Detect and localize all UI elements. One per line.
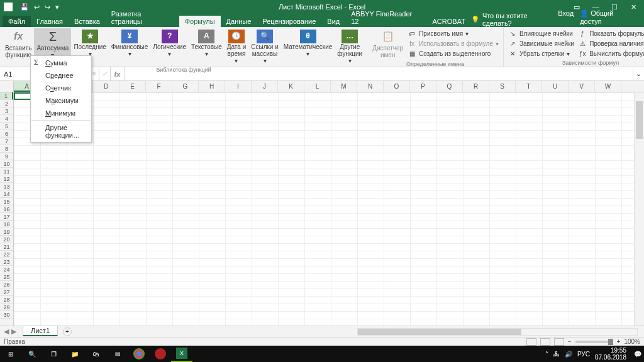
row-header-8[interactable]: 8 — [0, 145, 13, 153]
row-header-30[interactable]: 30 — [0, 311, 13, 319]
column-header-W[interactable]: W — [595, 81, 621, 92]
menu-sum[interactable]: ΣСумма — [31, 57, 91, 69]
column-header-S[interactable]: S — [489, 81, 516, 92]
tray-network-icon[interactable]: 🖧 — [553, 351, 560, 358]
row-header-22[interactable]: 22 — [0, 251, 13, 258]
financial-functions-button[interactable]: ¥Финансовые▾ — [109, 28, 151, 58]
row-header-21[interactable]: 21 — [0, 243, 13, 251]
redo-button[interactable]: ↪ — [45, 3, 50, 11]
page-layout-view-button[interactable] — [540, 338, 550, 346]
undo-button[interactable]: ↩ — [34, 3, 40, 11]
row-header-29[interactable]: 29 — [0, 304, 13, 311]
tab-insert[interactable]: Вставка — [69, 16, 106, 27]
column-header-L[interactable]: L — [304, 81, 331, 92]
row-header-11[interactable]: 11 — [0, 168, 13, 175]
row-header-24[interactable]: 24 — [0, 266, 13, 273]
search-button[interactable]: 🔍 — [21, 346, 43, 362]
trace-precedents-button[interactable]: ↘Влияющие ячейки — [506, 28, 576, 38]
explorer-button[interactable]: 📁 — [64, 346, 86, 362]
zoom-level[interactable]: 100% — [624, 338, 640, 345]
qat-customize[interactable]: ▾ — [55, 3, 59, 11]
column-header-O[interactable]: O — [384, 81, 410, 92]
row-header-2[interactable]: 2 — [0, 100, 13, 107]
tab-review[interactable]: Рецензирование — [257, 16, 321, 27]
column-header-H[interactable]: H — [199, 81, 225, 92]
tab-formulas[interactable]: Формулы — [179, 16, 221, 27]
add-sheet-button[interactable]: + — [63, 327, 72, 336]
row-header-9[interactable]: 9 — [0, 153, 13, 160]
formula-bar-expand[interactable]: ⌄ — [633, 67, 644, 80]
horizontal-scrollbar[interactable] — [357, 328, 638, 336]
column-header-E[interactable]: E — [119, 81, 146, 92]
row-header-4[interactable]: 4 — [0, 115, 13, 123]
row-header-6[interactable]: 6 — [0, 130, 13, 138]
lookup-functions-button[interactable]: 🔍Ссылки и массивы▾ — [248, 28, 281, 65]
row-header-19[interactable]: 19 — [0, 228, 13, 236]
cells-area[interactable] — [14, 92, 634, 326]
menu-count[interactable]: Счетчик — [31, 82, 91, 94]
row-header-28[interactable]: 28 — [0, 296, 13, 304]
recent-functions-button[interactable]: ★Последние▾ — [71, 28, 108, 58]
row-header-17[interactable]: 17 — [0, 213, 13, 221]
enter-formula-button[interactable]: ✓ — [99, 67, 111, 80]
task-view-button[interactable]: ❐ — [43, 346, 64, 362]
tab-acrobat[interactable]: ACROBAT — [427, 16, 471, 27]
insert-function-button[interactable]: fx Вставить функцию — [3, 28, 34, 60]
tab-file[interactable]: Файл — [3, 16, 31, 27]
create-from-selection-button[interactable]: ▦Создать из выделенного — [406, 48, 501, 58]
math-functions-button[interactable]: θМатематические▾ — [281, 28, 335, 58]
row-header-18[interactable]: 18 — [0, 221, 13, 228]
row-header-20[interactable]: 20 — [0, 236, 13, 243]
mail-button[interactable]: ✉ — [107, 346, 128, 362]
text-functions-button[interactable]: AТекстовые▾ — [189, 28, 225, 58]
column-header-V[interactable]: V — [569, 81, 595, 92]
insert-function-fx-button[interactable]: fx — [111, 67, 125, 80]
save-button[interactable]: 💾 — [20, 3, 29, 11]
column-header-I[interactable]: I — [225, 81, 252, 92]
name-manager-button[interactable]: 📋 Диспетчер имен — [370, 28, 406, 60]
sign-in-link[interactable]: Вход — [558, 9, 574, 25]
formula-bar[interactable] — [125, 67, 633, 80]
column-header-J[interactable]: J — [252, 81, 278, 92]
column-header-T[interactable]: T — [516, 81, 542, 92]
logical-functions-button[interactable]: ?Логические▾ — [150, 28, 189, 58]
tab-page-layout[interactable]: Разметка страницы — [106, 8, 179, 27]
menu-average[interactable]: Среднее — [31, 69, 91, 82]
column-header-Q[interactable]: Q — [436, 81, 463, 92]
page-break-view-button[interactable] — [554, 338, 564, 346]
tray-clock[interactable]: 19:55 07.06.2018 — [595, 347, 629, 361]
vertical-scrollbar[interactable] — [634, 92, 644, 326]
zoom-thumb[interactable] — [608, 339, 613, 345]
column-header-U[interactable]: U — [542, 81, 569, 92]
datetime-functions-button[interactable]: 🕓Дата и время▾ — [225, 28, 249, 65]
column-header-R[interactable]: R — [463, 81, 489, 92]
menu-max[interactable]: Максимум — [31, 94, 91, 107]
select-all-corner[interactable] — [0, 81, 14, 92]
chrome-button[interactable] — [128, 346, 150, 362]
remove-arrows-button[interactable]: ✕Убрать стрелки ▾ — [506, 48, 576, 58]
zoom-out-button[interactable]: − — [568, 338, 572, 345]
sheet-tab-1[interactable]: Лист1 — [23, 326, 58, 336]
row-header-27[interactable]: 27 — [0, 288, 13, 296]
row-header-15[interactable]: 15 — [0, 198, 13, 206]
store-button[interactable]: 🛍 — [86, 346, 107, 362]
column-header-K[interactable]: K — [278, 81, 304, 92]
tab-abbyy[interactable]: ABBYY FineReader 12 — [345, 8, 426, 27]
row-header-23[interactable]: 23 — [0, 258, 13, 266]
zoom-slider[interactable] — [575, 341, 613, 343]
tab-view[interactable]: Вид — [321, 16, 345, 27]
column-header-D[interactable]: D — [93, 81, 119, 92]
row-header-12[interactable]: 12 — [0, 175, 13, 183]
row-header-13[interactable]: 13 — [0, 183, 13, 190]
column-header-M[interactable]: M — [331, 81, 357, 92]
normal-view-button[interactable] — [526, 338, 536, 346]
start-button[interactable]: ⊞ — [0, 346, 21, 362]
hscroll-thumb[interactable] — [358, 329, 521, 335]
opera-button[interactable] — [150, 346, 171, 362]
row-header-7[interactable]: 7 — [0, 138, 13, 145]
menu-min[interactable]: Минимум — [31, 107, 91, 119]
more-functions-button[interactable]: …Другие функции▾ — [335, 28, 365, 65]
sheet-nav-next[interactable]: ▶ — [11, 327, 16, 336]
row-header-10[interactable]: 10 — [0, 160, 13, 168]
row-header-16[interactable]: 16 — [0, 206, 13, 213]
